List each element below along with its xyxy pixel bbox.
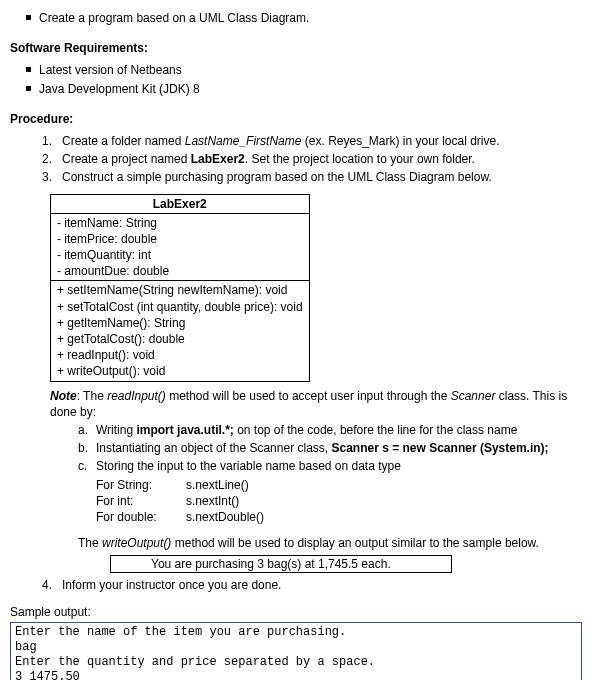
bold-text: import java.util.*;: [136, 423, 233, 437]
substep-letter: a.: [78, 422, 96, 438]
text: method will be used to accept user input…: [166, 389, 451, 403]
step-number: 2.: [42, 151, 62, 167]
square-bullet-icon: [26, 67, 31, 72]
italic-text: writeOutput(): [102, 536, 171, 550]
top-bullet-item: Create a program based on a UML Class Di…: [10, 10, 590, 26]
text: (ex. Reyes_Mark) in your local drive.: [301, 134, 499, 148]
note-label: Note: [50, 389, 77, 403]
text: Writing: [96, 423, 136, 437]
italic-text: Scanner: [451, 389, 496, 403]
uml-row: - amountDue: double: [57, 263, 303, 279]
uml-row: - itemPrice: double: [57, 231, 303, 247]
uml-row: + writeOutput(): void: [57, 363, 303, 379]
step-text: Create a project named LabExer2. Set the…: [62, 151, 475, 167]
uml-methods: + setItemName(String newItemName): void …: [51, 281, 310, 381]
uml-row: - itemQuantity: int: [57, 247, 303, 263]
substep-text: Writing import java.util.*; on top of th…: [96, 422, 517, 438]
bold-text: LabExer2: [191, 152, 245, 166]
italic-text: readInput(): [107, 389, 166, 403]
text: on top of the code, before the line for …: [234, 423, 518, 437]
note-block: Note: The readInput() method will be use…: [50, 388, 590, 574]
substep-letter: c.: [78, 458, 96, 474]
procedure-step: 1. Create a folder named LastName_FirstN…: [42, 133, 590, 149]
dt-label: For String:: [96, 477, 186, 493]
substep-letter: b.: [78, 440, 96, 456]
sample-output-box: Enter the name of the item you are purch…: [10, 622, 582, 680]
req-text: Latest version of Netbeans: [39, 62, 182, 78]
dt-label: For double:: [96, 509, 186, 525]
uml-row: + getTotalCost(): double: [57, 331, 303, 347]
uml-diagram: LabExer2 - itemName: String - itemPrice:…: [50, 194, 590, 382]
step-text: Create a folder named LastName_FirstName…: [62, 133, 500, 149]
procedure-heading: Procedure:: [10, 111, 590, 127]
uml-attributes: - itemName: String - itemPrice: double -…: [51, 213, 310, 281]
dt-value: s.nextDouble(): [186, 509, 264, 525]
procedure-step: 3. Construct a simple purchasing program…: [42, 169, 590, 185]
sample-purchase-box: You are purchasing 3 bag(s) at 1,745.5 e…: [110, 555, 452, 573]
dt-label: For int:: [96, 493, 186, 509]
square-bullet-icon: [26, 15, 31, 20]
uml-row: + getItemName(): String: [57, 315, 303, 331]
uml-row: + setItemName(String newItemName): void: [57, 282, 303, 298]
bold-text: Scanner s = new Scanner (System.in);: [331, 441, 548, 455]
text: Create a folder named: [62, 134, 185, 148]
dt-value: s.nextInt(): [186, 493, 239, 509]
uml-row: - itemName: String: [57, 215, 303, 231]
text: . Set the project location to your own f…: [245, 152, 475, 166]
note-substep: c. Storing the input to the variable nam…: [78, 458, 590, 474]
text: Instantiating an object of the Scanner c…: [96, 441, 331, 455]
write-output-note: The writeOutput() method will be used to…: [78, 535, 590, 551]
text: The: [78, 536, 102, 550]
square-bullet-icon: [26, 86, 31, 91]
step-number: 1.: [42, 133, 62, 149]
italic-text: LastName_FirstName: [185, 134, 302, 148]
step-number: 4.: [42, 577, 62, 593]
uml-row: + setTotalCost (int quantity, double pri…: [57, 299, 303, 315]
req-text: Java Development Kit (JDK) 8: [39, 81, 200, 97]
uml-title: LabExer2: [51, 194, 310, 213]
requirements-heading: Software Requirements:: [10, 40, 590, 56]
procedure-step: 4. Inform your instructor once you are d…: [42, 577, 590, 593]
dt-value: s.nextLine(): [186, 477, 249, 493]
step-number: 3.: [42, 169, 62, 185]
text: method will be used to display an output…: [171, 536, 539, 550]
step-text: Construct a simple purchasing program ba…: [62, 169, 492, 185]
text: Create a project named: [62, 152, 191, 166]
substep-text: Instantiating an object of the Scanner c…: [96, 440, 549, 456]
uml-row: + readInput(): void: [57, 347, 303, 363]
note-substep: a. Writing import java.util.*; on top of…: [78, 422, 590, 438]
note-substep: b. Instantiating an object of the Scanne…: [78, 440, 590, 456]
sample-output-heading: Sample output:: [10, 604, 590, 620]
procedure-step: 2. Create a project named LabExer2. Set …: [42, 151, 590, 167]
req-item: Latest version of Netbeans: [10, 62, 590, 78]
datatype-table: For String:s.nextLine() For int:s.nextIn…: [96, 477, 590, 526]
req-item: Java Development Kit (JDK) 8: [10, 81, 590, 97]
note-line: Note: The readInput() method will be use…: [50, 388, 590, 420]
top-bullet-text: Create a program based on a UML Class Di…: [39, 10, 309, 26]
substep-text: Storing the input to the variable name b…: [96, 458, 401, 474]
step-text: Inform your instructor once you are done…: [62, 577, 281, 593]
text: : The: [77, 389, 107, 403]
